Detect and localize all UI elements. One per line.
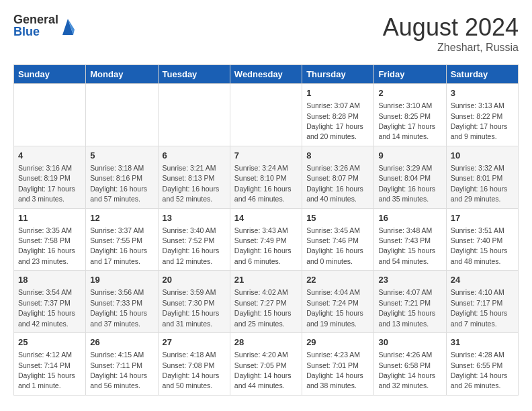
calendar-cell: 9Sunrise: 3:29 AMSunset: 8:04 PMDaylight… [374,146,446,208]
day-number: 15 [306,212,369,224]
day-sunset: Sunset: 7:43 PM [378,236,431,244]
day-sunrise: Sunrise: 3:35 AM [18,226,72,234]
weekday-header-wednesday: Wednesday [230,65,302,84]
calendar-cell: 20Sunrise: 3:59 AMSunset: 7:30 PMDayligh… [158,271,230,333]
daylight-hours: Daylight: 15 hours and 54 minutes. [378,246,435,265]
weekday-header-monday: Monday [86,65,158,84]
day-sunrise: Sunrise: 3:10 AM [378,101,432,109]
day-number: 17 [451,212,514,224]
calendar-cell: 10Sunrise: 3:32 AMSunset: 8:01 PMDayligh… [446,146,518,208]
calendar-week-row: 18Sunrise: 3:54 AMSunset: 7:37 PMDayligh… [14,271,519,333]
day-number: 29 [306,336,369,349]
day-sunset: Sunset: 7:05 PM [234,361,287,369]
page-header: General Blue August 2024 Zheshart, Russi… [13,13,519,54]
calendar-cell: 16Sunrise: 3:48 AMSunset: 7:43 PMDayligh… [374,208,446,271]
day-number: 3 [451,87,514,99]
day-sunrise: Sunrise: 3:40 AM [163,226,216,234]
day-number: 11 [18,212,81,224]
daylight-hours: Daylight: 15 hours and 19 minutes. [306,309,363,327]
day-number: 20 [163,274,226,286]
daylight-hours: Daylight: 17 hours and 9 minutes. [451,122,508,140]
day-number: 7 [234,150,298,162]
day-sunset: Sunset: 7:33 PM [90,299,142,307]
daylight-hours: Daylight: 15 hours and 37 minutes. [90,309,147,327]
calendar-week-row: 11Sunrise: 3:35 AMSunset: 7:58 PMDayligh… [14,208,519,271]
day-sunset: Sunset: 8:19 PM [18,174,71,182]
daylight-hours: Daylight: 15 hours and 7 minutes. [451,309,508,327]
calendar-cell: 28Sunrise: 4:20 AMSunset: 7:05 PMDayligh… [230,333,302,396]
daylight-hours: Daylight: 14 hours and 32 minutes. [378,371,435,390]
day-sunset: Sunset: 6:58 PM [378,361,431,369]
daylight-hours: Daylight: 17 hours and 3 minutes. [18,185,75,203]
day-number: 1 [306,87,369,99]
day-sunrise: Sunrise: 3:24 AM [234,164,288,172]
calendar-cell: 7Sunrise: 3:24 AMSunset: 8:10 PMDaylight… [230,146,302,208]
day-sunrise: Sunrise: 4:12 AM [18,351,72,359]
day-sunrise: Sunrise: 3:37 AM [90,226,144,234]
day-number: 4 [18,150,81,162]
calendar-cell: 23Sunrise: 4:07 AMSunset: 7:21 PMDayligh… [374,271,446,333]
day-sunset: Sunset: 8:13 PM [163,174,215,182]
daylight-hours: Daylight: 16 hours and 29 minutes. [451,185,508,203]
calendar-cell: 3Sunrise: 3:13 AMSunset: 8:22 PMDaylight… [446,84,518,146]
day-sunset: Sunset: 8:16 PM [90,174,142,182]
day-sunrise: Sunrise: 4:07 AM [378,288,432,296]
calendar-cell: 11Sunrise: 3:35 AMSunset: 7:58 PMDayligh… [14,208,86,271]
day-sunrise: Sunrise: 4:23 AM [306,351,360,359]
calendar-cell: 13Sunrise: 3:40 AMSunset: 7:52 PMDayligh… [158,208,230,271]
day-sunrise: Sunrise: 4:10 AM [451,288,504,296]
calendar-cell [158,84,230,146]
calendar-week-row: 4Sunrise: 3:16 AMSunset: 8:19 PMDaylight… [14,146,519,208]
calendar-cell: 17Sunrise: 3:51 AMSunset: 7:40 PMDayligh… [446,208,518,271]
calendar-cell: 25Sunrise: 4:12 AMSunset: 7:14 PMDayligh… [14,333,86,396]
calendar-cell: 18Sunrise: 3:54 AMSunset: 7:37 PMDayligh… [14,271,86,333]
calendar-cell: 24Sunrise: 4:10 AMSunset: 7:17 PMDayligh… [446,271,518,333]
title-block: August 2024 Zheshart, Russia [383,13,519,54]
day-sunset: Sunset: 8:10 PM [234,174,287,182]
day-number: 13 [163,212,226,224]
day-sunrise: Sunrise: 4:18 AM [163,351,216,359]
calendar-cell: 30Sunrise: 4:26 AMSunset: 6:58 PMDayligh… [374,333,446,396]
day-sunset: Sunset: 7:14 PM [18,361,71,369]
day-sunrise: Sunrise: 3:43 AM [234,226,288,234]
calendar-week-row: 1Sunrise: 3:07 AMSunset: 8:28 PMDaylight… [14,84,519,146]
calendar-table: SundayMondayTuesdayWednesdayThursdayFrid… [13,64,519,396]
weekday-header-friday: Friday [374,65,446,84]
daylight-hours: Daylight: 16 hours and 6 minutes. [234,246,292,265]
daylight-hours: Daylight: 14 hours and 26 minutes. [451,371,508,390]
day-sunset: Sunset: 7:55 PM [90,236,142,244]
day-sunrise: Sunrise: 3:51 AM [451,226,504,234]
day-sunset: Sunset: 8:07 PM [306,174,359,182]
calendar-cell: 1Sunrise: 3:07 AMSunset: 8:28 PMDaylight… [302,84,374,146]
day-sunrise: Sunrise: 3:59 AM [163,288,216,296]
day-number: 28 [234,336,298,349]
day-sunrise: Sunrise: 3:29 AM [378,164,432,172]
calendar-cell: 15Sunrise: 3:45 AMSunset: 7:46 PMDayligh… [302,208,374,271]
calendar-cell: 6Sunrise: 3:21 AMSunset: 8:13 PMDaylight… [158,146,230,208]
location-subtitle: Zheshart, Russia [383,42,519,54]
day-number: 25 [18,336,81,349]
day-sunrise: Sunrise: 3:26 AM [306,164,360,172]
day-sunrise: Sunrise: 4:20 AM [234,351,288,359]
day-number: 9 [378,150,441,162]
daylight-hours: Daylight: 16 hours and 46 minutes. [234,185,292,203]
day-sunset: Sunset: 8:01 PM [451,174,503,182]
day-sunset: Sunset: 8:28 PM [306,112,359,120]
day-sunrise: Sunrise: 3:07 AM [306,101,360,109]
day-sunrise: Sunrise: 3:45 AM [306,226,360,234]
daylight-hours: Daylight: 14 hours and 38 minutes. [306,371,363,390]
logo-general-text: General [13,13,58,26]
daylight-hours: Daylight: 15 hours and 42 minutes. [18,309,75,327]
day-sunset: Sunset: 7:08 PM [163,361,215,369]
daylight-hours: Daylight: 16 hours and 23 minutes. [18,246,75,265]
daylight-hours: Daylight: 16 hours and 57 minutes. [90,185,147,203]
day-sunset: Sunset: 7:49 PM [234,236,287,244]
calendar-cell: 14Sunrise: 3:43 AMSunset: 7:49 PMDayligh… [230,208,302,271]
calendar-cell [230,84,302,146]
day-sunset: Sunset: 7:58 PM [18,236,71,244]
day-sunset: Sunset: 7:24 PM [306,299,359,307]
logo-blue-text: Blue [13,26,58,38]
day-number: 31 [451,336,514,349]
weekday-header-saturday: Saturday [446,65,518,84]
day-sunset: Sunset: 7:17 PM [451,299,503,307]
